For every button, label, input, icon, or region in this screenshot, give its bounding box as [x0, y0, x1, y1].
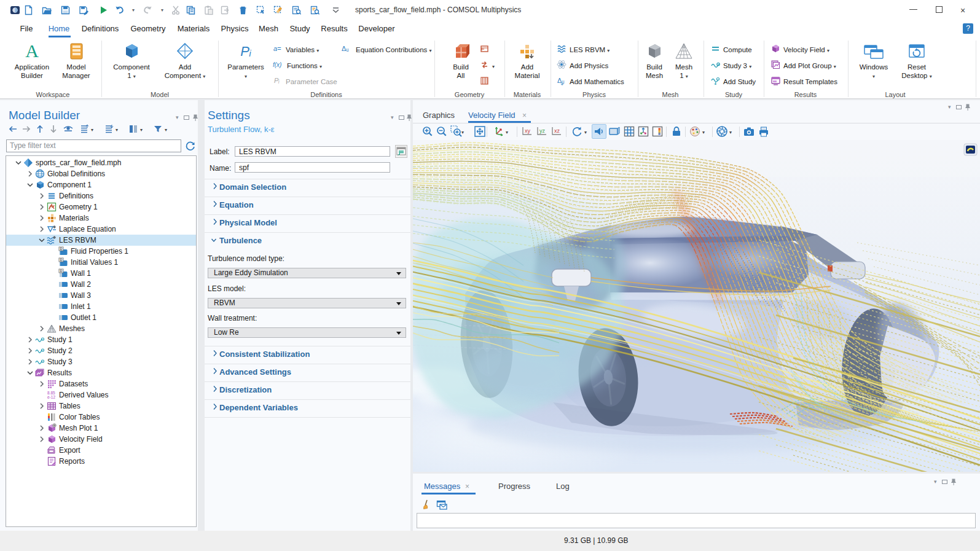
svg-text:xz: xz	[554, 128, 560, 134]
svg-text:f(x): f(x)	[273, 61, 281, 68]
svg-text:xy: xy	[525, 128, 531, 134]
svg-text:A: A	[25, 42, 39, 60]
svg-text:8.85: 8.85	[47, 391, 55, 395]
svg-text:D: D	[60, 269, 63, 273]
svg-text:a=: a=	[273, 45, 281, 52]
svg-text:D: D	[60, 247, 63, 251]
svg-text:Δᵤ: Δᵤ	[557, 77, 565, 84]
svg-text:Δᵤ: Δᵤ	[342, 45, 349, 52]
svg-text:D: D	[60, 258, 63, 262]
svg-text:Pᵢ: Pᵢ	[274, 77, 280, 84]
svg-text:Pᵢ: Pᵢ	[240, 44, 251, 59]
svg-text:yz: yz	[539, 128, 546, 134]
svg-text:e-12: e-12	[47, 395, 55, 399]
